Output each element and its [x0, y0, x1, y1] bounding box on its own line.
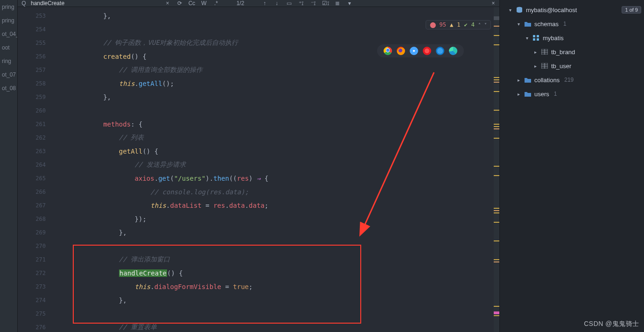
- project-item[interactable]: pring: [0, 14, 17, 27]
- chrome-icon[interactable]: [384, 47, 392, 55]
- schema-icon: [532, 34, 540, 42]
- chevron-down-icon: ▾: [516, 21, 521, 27]
- error-icon: ⬤: [430, 21, 436, 28]
- line-number: 272: [18, 266, 56, 280]
- project-item[interactable]: ot_08: [0, 81, 17, 95]
- inspection-down-icon[interactable]: ˅: [484, 22, 487, 28]
- line-number: 257: [18, 63, 56, 77]
- minimap[interactable]: [494, 7, 499, 332]
- db-schemas-count: 1: [563, 21, 567, 27]
- code-line[interactable]: // 发送异步请求: [56, 158, 494, 171]
- whole-word-toggle[interactable]: W: [200, 0, 208, 7]
- find-close-icon[interactable]: ×: [490, 0, 497, 7]
- inspection-summary[interactable]: ⬤95 ▲1 ✔4 ˄ ˅: [426, 20, 491, 29]
- code-line[interactable]: [56, 104, 494, 117]
- ie-icon[interactable]: [436, 47, 444, 55]
- db-collations-label: collations: [534, 77, 560, 84]
- db-table[interactable]: ▸tb_user: [503, 59, 641, 73]
- database-panel: ▾ mybatis@localhost 1 of 9 ▾ schemas 1 ▾…: [499, 0, 644, 332]
- line-number: 274: [18, 293, 56, 307]
- regex-toggle[interactable]: .*: [212, 0, 220, 7]
- line-number: 267: [18, 198, 56, 212]
- opera-icon[interactable]: [423, 47, 431, 55]
- line-number: 255: [18, 36, 56, 49]
- firefox-icon[interactable]: [397, 47, 405, 55]
- db-collations[interactable]: ▸ collations 219: [503, 73, 641, 87]
- project-item[interactable]: ot_07: [0, 68, 17, 81]
- database-icon: [516, 6, 523, 14]
- warning-icon: ▲: [450, 21, 453, 28]
- db-collations-count: 219: [564, 77, 574, 83]
- inspection-up-icon[interactable]: ˄: [478, 22, 481, 28]
- line-number: 262: [18, 131, 56, 144]
- line-number: 254: [18, 22, 56, 36]
- svg-rect-5: [537, 35, 539, 37]
- highlight-box: [73, 245, 361, 324]
- chevron-right-icon: ▸: [532, 64, 538, 69]
- find-select-all-icon[interactable]: ▭: [285, 0, 293, 7]
- find-next-icon[interactable]: ↓: [273, 0, 281, 7]
- line-number: 264: [18, 158, 56, 171]
- db-connection[interactable]: ▾ mybatis@localhost 1 of 9: [503, 3, 641, 17]
- find-filter-icon[interactable]: ▾: [345, 0, 354, 7]
- code-line[interactable]: },: [56, 226, 494, 239]
- chevron-right-icon: ▸: [516, 92, 521, 97]
- svg-rect-6: [533, 38, 535, 41]
- safari-icon[interactable]: [410, 47, 418, 55]
- db-schemas-label: schemas: [534, 21, 559, 28]
- line-number: 276: [18, 320, 56, 332]
- code-line[interactable]: axios.get("/users").then((res) ⇒ {: [56, 171, 494, 185]
- code-line[interactable]: // 列表: [56, 131, 494, 144]
- find-input[interactable]: [31, 0, 160, 7]
- find-count: 1/2: [232, 0, 248, 7]
- line-number: 275: [18, 307, 56, 320]
- db-users[interactable]: ▸ users 1: [503, 87, 641, 101]
- code-line[interactable]: methods: {: [56, 117, 494, 131]
- error-count: 95: [440, 21, 446, 28]
- find-add-selection-icon[interactable]: ⁺⟟: [297, 0, 305, 7]
- code-line[interactable]: // console.log(res.data);: [56, 185, 494, 198]
- code-line[interactable]: // 调用查询全部数据的操作: [56, 63, 494, 77]
- project-item[interactable]: ot_04_: [0, 27, 17, 41]
- project-item[interactable]: ring: [0, 54, 17, 68]
- project-rail: pringpringot_04_ootringot_07ot_08: [0, 0, 18, 332]
- find-checkbox-icon[interactable]: ☑⟟: [321, 0, 329, 7]
- line-number: 261: [18, 117, 56, 131]
- line-number: 253: [18, 9, 56, 22]
- code-line[interactable]: this.dataList = res.data.data;: [56, 198, 494, 212]
- ok-icon: ✔: [464, 21, 468, 28]
- find-settings-icon[interactable]: ≣: [333, 0, 342, 7]
- find-clear-icon[interactable]: ×: [163, 0, 172, 7]
- db-schema-label: mybatis: [543, 35, 564, 42]
- line-number: 268: [18, 212, 56, 226]
- db-users-label: users: [534, 91, 549, 98]
- code-line[interactable]: },: [56, 90, 494, 104]
- project-item[interactable]: oot: [0, 41, 17, 54]
- line-number: 270: [18, 239, 56, 253]
- code-line[interactable]: getAll() {: [56, 144, 494, 158]
- db-table[interactable]: ▸tb_brand: [503, 45, 641, 59]
- editor-area[interactable]: 2532542552562572582592602612622632642652…: [18, 7, 499, 332]
- ok-count: 4: [471, 21, 475, 28]
- db-schema[interactable]: ▾ mybatis: [503, 31, 641, 45]
- line-number: 263: [18, 144, 56, 158]
- warning-count: 1: [457, 21, 460, 28]
- chevron-right-icon: ▸: [516, 78, 521, 83]
- db-schemas[interactable]: ▾ schemas 1: [503, 17, 641, 31]
- edge-icon[interactable]: [449, 47, 457, 55]
- find-remove-selection-icon[interactable]: ⁻⟟: [309, 0, 317, 7]
- db-connection-label: mybatis@localhost: [526, 7, 577, 14]
- find-prev-icon[interactable]: ↑: [260, 0, 269, 7]
- editor-panel: Q × ⟳ Cc W .* 1/2 ↑ ↓ ▭ ⁺⟟ ⁻⟟ ☑⟟ ≣ ▾ × 2…: [18, 0, 499, 332]
- find-history-icon[interactable]: ⟳: [175, 0, 184, 7]
- code-line[interactable]: this.getAll();: [56, 77, 494, 90]
- line-number: 265: [18, 171, 56, 185]
- db-table-label: tb_user: [551, 63, 571, 70]
- open-in-browser-bar: [377, 44, 464, 57]
- line-number: 259: [18, 90, 56, 104]
- chevron-down-icon: ▾: [524, 35, 530, 41]
- find-bar: Q × ⟳ Cc W .* 1/2 ↑ ↓ ▭ ⁺⟟ ⁻⟟ ☑⟟ ≣ ▾ ×: [18, 0, 499, 7]
- project-item[interactable]: pring: [0, 0, 17, 14]
- match-case-toggle[interactable]: Cc: [188, 0, 196, 7]
- code-line[interactable]: });: [56, 212, 494, 226]
